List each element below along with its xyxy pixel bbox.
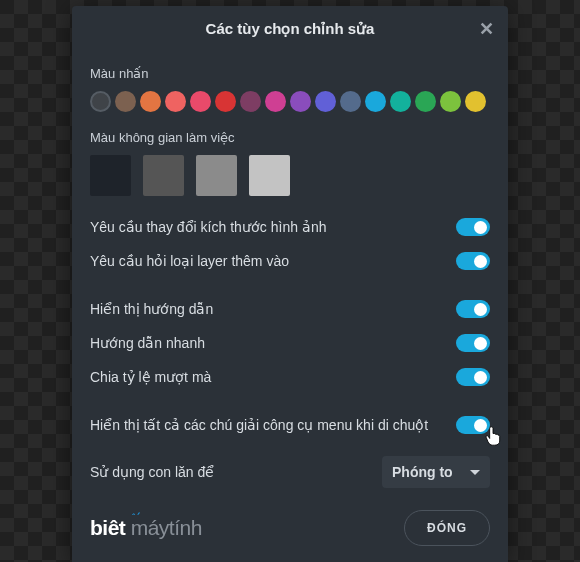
close-button[interactable]: ĐÓNG: [404, 510, 490, 546]
wheel-select[interactable]: Phóng to: [382, 456, 490, 488]
modal-body: Màu nhấn Màu không gian làm việc Yêu cầu…: [72, 52, 508, 500]
workspace-swatch[interactable]: [143, 155, 184, 196]
chevron-down-icon: [470, 470, 480, 475]
accent-swatch[interactable]: [215, 91, 236, 112]
toggle-row: Hiển thị hướng dẫn: [90, 292, 490, 326]
accent-swatch[interactable]: [265, 91, 286, 112]
toggle-row: Yêu cầu hỏi loại layer thêm vào: [90, 244, 490, 278]
accent-swatch[interactable]: [90, 91, 111, 112]
accent-swatch[interactable]: [115, 91, 136, 112]
accent-swatch[interactable]: [440, 91, 461, 112]
workspace-swatch[interactable]: [249, 155, 290, 196]
brand-logo: biêtˆˊ máytính: [90, 516, 202, 540]
accent-swatch[interactable]: [165, 91, 186, 112]
accent-color-row: [90, 91, 490, 112]
toggle-list: Yêu cầu thay đổi kích thước hình ảnhYêu …: [90, 210, 490, 442]
wheel-select-value: Phóng to: [392, 464, 453, 480]
workspace-color-label: Màu không gian làm việc: [90, 130, 490, 145]
edit-options-modal: Các tùy chọn chỉnh sửa ✕ Màu nhấn Màu kh…: [72, 6, 508, 562]
accent-swatch[interactable]: [190, 91, 211, 112]
brand-part1: biêtˆˊ: [90, 516, 131, 539]
toggle-row: Hiển thị tất cả các chú giải công cụ men…: [90, 408, 490, 442]
toggle-switch[interactable]: [456, 252, 490, 270]
accent-color-label: Màu nhấn: [90, 66, 490, 81]
toggle-switch[interactable]: [456, 300, 490, 318]
accent-swatch[interactable]: [465, 91, 486, 112]
toggle-switch[interactable]: [456, 416, 490, 434]
toggle-label: Yêu cầu hỏi loại layer thêm vào: [90, 253, 289, 269]
accent-swatch[interactable]: [340, 91, 361, 112]
modal-title: Các tùy chọn chỉnh sửa: [206, 20, 375, 38]
modal-header: Các tùy chọn chỉnh sửa ✕: [72, 6, 508, 52]
modal-footer: biêtˆˊ máytính ĐÓNG: [72, 500, 508, 562]
accent-swatch[interactable]: [140, 91, 161, 112]
toggle-switch[interactable]: [456, 368, 490, 386]
accent-swatch[interactable]: [390, 91, 411, 112]
accent-swatch[interactable]: [415, 91, 436, 112]
toggle-label: Chia tỷ lệ mượt mà: [90, 369, 211, 385]
toggle-switch[interactable]: [456, 218, 490, 236]
accent-swatch[interactable]: [365, 91, 386, 112]
toggle-label: Hiển thị tất cả các chú giải công cụ men…: [90, 417, 428, 433]
toggle-row: Yêu cầu thay đổi kích thước hình ảnh: [90, 210, 490, 244]
workspace-color-row: [90, 155, 490, 196]
toggle-row: Hướng dẫn nhanh: [90, 326, 490, 360]
toggle-label: Hiển thị hướng dẫn: [90, 301, 213, 317]
accent-swatch[interactable]: [240, 91, 261, 112]
close-icon[interactable]: ✕: [479, 20, 494, 38]
wheel-label: Sử dụng con lăn để: [90, 464, 214, 480]
accent-swatch[interactable]: [290, 91, 311, 112]
toggle-label: Yêu cầu thay đổi kích thước hình ảnh: [90, 219, 326, 235]
toggle-switch[interactable]: [456, 334, 490, 352]
brand-accent-dots: ˆˊ: [132, 512, 142, 522]
wheel-row: Sử dụng con lăn để Phóng to: [90, 448, 490, 496]
toggle-label: Hướng dẫn nhanh: [90, 335, 205, 351]
toggle-row: Chia tỷ lệ mượt mà: [90, 360, 490, 394]
accent-swatch[interactable]: [315, 91, 336, 112]
workspace-swatch[interactable]: [90, 155, 131, 196]
workspace-swatch[interactable]: [196, 155, 237, 196]
